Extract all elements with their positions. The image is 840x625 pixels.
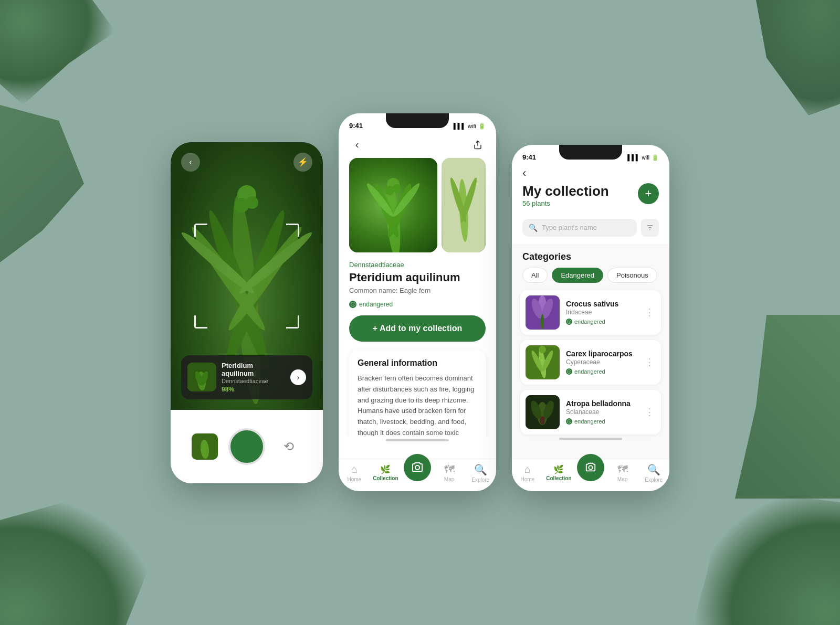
crocus-info: Crocus sativus Iridaceae ⓘ endangered: [566, 300, 637, 325]
filter-button[interactable]: [641, 219, 659, 237]
result-plant-name: Pteridium aquilinum: [222, 362, 285, 377]
plant-scientific-name: Pteridium aquilinum: [349, 271, 486, 284]
status-time-collection: 9:41: [522, 153, 536, 161]
scan-corner-tl: [194, 224, 207, 237]
result-thumbnail: [187, 363, 216, 391]
category-pills: All Edangered Poisonous: [522, 268, 659, 283]
nav-explore-label-detail: Explore: [471, 477, 489, 483]
atropa-name: Atropa belladonna: [566, 399, 637, 408]
carex-status-icon: ⓘ: [566, 368, 572, 375]
plant-item-crocus[interactable]: Crocus sativus Iridaceae ⓘ endangered ⋮: [520, 290, 661, 335]
crocus-status-icon: ⓘ: [566, 319, 572, 325]
camera-back-button[interactable]: ‹: [181, 153, 200, 172]
general-info-card: General information Bracken fern often b…: [349, 350, 486, 436]
detail-header: ‹: [339, 132, 496, 158]
map-icon-detail: 🗺: [444, 463, 455, 475]
crocus-more-button[interactable]: ⋮: [643, 306, 656, 319]
detail-back-button[interactable]: ‹: [349, 137, 365, 153]
general-info-text: Bracken fern often becomes dominant afte…: [358, 373, 477, 436]
nav-home-label-col: Home: [520, 476, 534, 482]
nav-identify-detail[interactable]: [404, 464, 431, 481]
detail-images: [339, 158, 496, 252]
detail-body: Dennstaedtiaceae Pteridium aquilinum Com…: [339, 252, 496, 436]
nav-home-detail[interactable]: ⌂ Home: [341, 463, 368, 482]
svg-point-28: [415, 465, 419, 470]
result-info: Pteridium aquilinum Dennstaedtiaceae 98%: [222, 362, 285, 393]
carex-more-button[interactable]: ⋮: [643, 356, 656, 368]
plant-secondary-image: [442, 158, 486, 252]
plant-item-carex[interactable]: Carex liparocarpos Cyperaceae ⓘ endanger…: [520, 340, 661, 385]
result-arrow-button[interactable]: ›: [290, 369, 306, 385]
detail-scroll[interactable]: ‹: [339, 132, 496, 436]
detail-share-button[interactable]: [470, 137, 486, 153]
search-row: 🔍 Type plant's name: [522, 219, 659, 237]
category-all[interactable]: All: [522, 268, 548, 283]
notch-detail: [386, 113, 449, 128]
collection-title: My collection: [522, 183, 609, 199]
categories-title: Categories: [522, 251, 659, 262]
home-icon: ⌂: [351, 463, 358, 475]
bottom-nav-collection: ⌂ Home 🌿 Collection 🗺 Map 🔍: [512, 459, 669, 491]
category-endangered[interactable]: Edangered: [552, 268, 603, 283]
general-info-title: General information: [358, 358, 477, 368]
category-poisonous[interactable]: Poisonous: [607, 268, 657, 283]
phone-collection: 9:41 ▌▌▌ wifi 🔋 ‹ My collection 56 plant…: [512, 145, 669, 491]
result-plant-family: Dennstaedtiaceae: [222, 378, 285, 384]
scan-frame: [194, 224, 299, 329]
map-icon-col: 🗺: [617, 463, 628, 475]
nav-identify-collection[interactable]: [577, 464, 604, 481]
scan-corner-bl: [194, 315, 207, 329]
home-icon-col: ⌂: [524, 463, 531, 475]
carex-name: Carex liparocarpos: [566, 349, 637, 358]
status-time-detail: 9:41: [349, 122, 363, 130]
svg-point-36: [541, 314, 544, 330]
flip-camera-button[interactable]: ⟲: [276, 433, 302, 460]
nav-map-label-col: Map: [617, 476, 627, 482]
home-indicator-detail: [386, 439, 449, 441]
svg-point-46: [540, 416, 545, 425]
status-icons-collection: ▌▌▌ wifi 🔋: [627, 154, 659, 161]
scan-corner-tr: [286, 224, 299, 237]
crocus-image: [526, 295, 560, 330]
svg-point-9: [246, 196, 258, 209]
plant-family-label: Dennstaedtiaceae: [349, 261, 486, 269]
nav-home-label-detail: Home: [347, 476, 361, 482]
nav-map-detail[interactable]: 🗺 Map: [436, 463, 463, 482]
atropa-status-icon: ⓘ: [566, 418, 572, 425]
phones-wrapper: ‹ ⚡ Pteridium aquilinum Dennstaedtiaceae…: [171, 134, 669, 491]
phone-detail: 9:41 ▌▌▌ wifi 🔋 ‹: [339, 113, 496, 491]
atropa-more-button[interactable]: ⋮: [643, 406, 656, 418]
nav-collection-label-col: Collection: [546, 475, 571, 481]
nav-home-collection[interactable]: ⌂ Home: [514, 463, 541, 482]
nav-collection-collection[interactable]: 🌿 Collection: [545, 464, 572, 481]
crocus-family: Iridaceae: [566, 309, 637, 316]
nav-collection-detail[interactable]: 🌿 Collection: [372, 464, 398, 481]
bottom-nav-detail: ⌂ Home 🌿 Collection 🗺 Map 🔍: [339, 459, 496, 491]
collection-back-button[interactable]: ‹: [522, 166, 526, 180]
collection-icon: 🌿: [380, 464, 391, 474]
plant-search-field[interactable]: 🔍 Type plant's name: [522, 219, 637, 237]
nav-explore-detail[interactable]: 🔍 Explore: [467, 463, 494, 483]
search-magnify-icon: 🔍: [529, 224, 538, 232]
collection-count: 56 plants: [522, 199, 609, 207]
crocus-status: ⓘ endangered: [566, 319, 637, 325]
identify-camera-icon: [404, 454, 431, 481]
nav-explore-label-col: Explore: [645, 477, 663, 483]
carex-image: [526, 345, 560, 379]
add-to-collection-button[interactable]: + Add to my collection: [349, 315, 486, 342]
collection-icon-col: 🌿: [553, 464, 564, 474]
nav-map-collection[interactable]: 🗺 Map: [610, 463, 636, 482]
capture-button[interactable]: [228, 428, 265, 465]
plant-item-atropa[interactable]: Atropa belladonna Solanaceae ⓘ endangere…: [520, 390, 661, 435]
fern-decoration-br: [693, 489, 840, 625]
fern-decoration-ml: [0, 105, 84, 262]
notch-collection: [559, 145, 622, 160]
camera-thumbnail[interactable]: [192, 433, 218, 460]
plant-main-image: [349, 158, 437, 252]
svg-point-23: [393, 184, 401, 193]
add-plant-button[interactable]: +: [638, 183, 659, 204]
status-icons-detail: ▌▌▌ wifi 🔋: [454, 123, 486, 130]
explore-icon-detail: 🔍: [474, 463, 487, 476]
camera-flash-button[interactable]: ⚡: [293, 153, 312, 172]
nav-explore-collection[interactable]: 🔍 Explore: [640, 463, 667, 483]
